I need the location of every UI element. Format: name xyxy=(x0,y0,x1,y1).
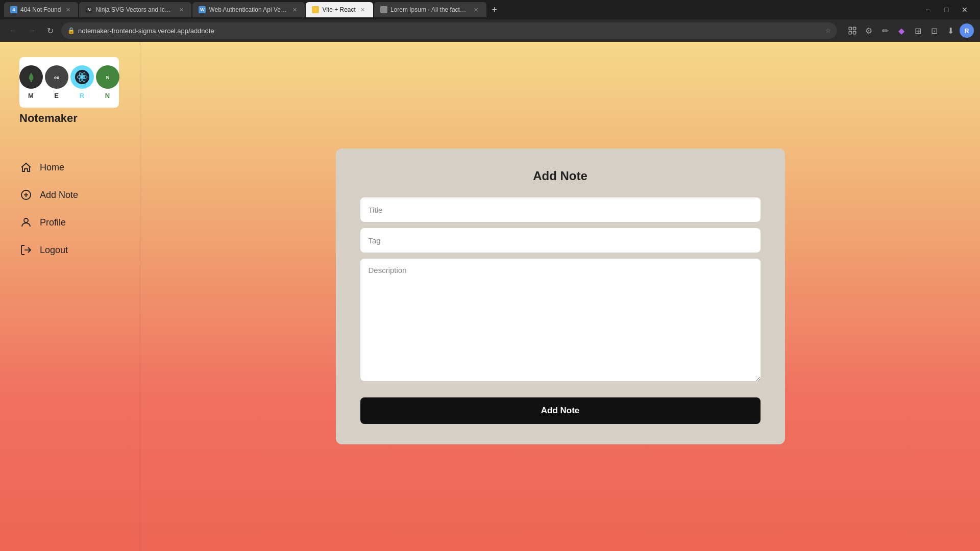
logo-letters: M E R N xyxy=(19,91,119,99)
logout-label: Logout xyxy=(40,245,68,256)
url-bar[interactable]: 🔒 notemaker-frontend-sigma.vercel.app/ad… xyxy=(61,22,837,39)
sidebar-item-add-note[interactable]: Add Note xyxy=(19,183,140,207)
svg-text:N: N xyxy=(106,75,109,80)
tab-ninja[interactable]: N Ninja SVG Vectors and Icons - ✕ xyxy=(79,2,191,17)
star-icon[interactable]: ☆ xyxy=(825,27,831,34)
url-text: notemaker-frontend-sigma.vercel.app/addn… xyxy=(78,27,822,35)
window-controls: − □ ✕ xyxy=(921,3,976,17)
tab-favicon-vite: ⚡ xyxy=(312,6,319,13)
tab-close-webauth[interactable]: ✕ xyxy=(290,6,299,14)
nav-menu: Home Add Note xyxy=(0,156,140,262)
extension3-button[interactable]: ⊡ xyxy=(927,23,941,38)
tab-title-404: 404 Not Found xyxy=(20,6,61,13)
description-field-group xyxy=(360,259,761,383)
nodejs-icon: N xyxy=(96,65,119,89)
toolbar-icons: ⚙ ✏ ◆ ⊞ ⊡ ⬇ R xyxy=(845,23,974,38)
title-input[interactable] xyxy=(360,197,761,222)
svg-rect-1 xyxy=(853,27,856,30)
tag-input[interactable] xyxy=(360,228,761,253)
minimize-button[interactable]: − xyxy=(921,3,935,17)
tab-lorem[interactable]: Lorem Ipsum - All the facts - L ✕ xyxy=(374,2,486,17)
close-window-button[interactable]: ✕ xyxy=(958,3,972,17)
logo-letter-n: N xyxy=(96,92,119,99)
svg-point-17 xyxy=(24,218,28,222)
browser-chrome: 4 404 Not Found ✕ N Ninja SVG Vectors an… xyxy=(0,0,980,42)
title-field-group xyxy=(360,197,761,222)
sidebar-item-home[interactable]: Home xyxy=(19,156,140,179)
mongodb-icon xyxy=(19,65,43,89)
add-note-icon xyxy=(19,188,33,202)
reload-button[interactable]: ↻ xyxy=(43,23,57,38)
tab-close-lorem[interactable]: ✕ xyxy=(472,6,480,14)
browser-profile-button[interactable]: R xyxy=(960,23,974,38)
sidebar-item-logout[interactable]: Logout xyxy=(19,238,140,262)
extension1-button[interactable]: ◆ xyxy=(894,23,909,38)
extensions-button[interactable] xyxy=(845,23,860,38)
tag-field-group xyxy=(360,228,761,253)
tab-webauth[interactable]: W Web Authentication Api Vector ✕ xyxy=(192,2,305,17)
svg-rect-0 xyxy=(849,27,851,30)
extension2-button[interactable]: ⊞ xyxy=(911,23,925,38)
profile-label: Profile xyxy=(40,217,66,228)
card-title: Add Note xyxy=(360,169,761,183)
forward-button[interactable]: → xyxy=(24,23,39,38)
tab-vite[interactable]: ⚡ Vite + React ✕ xyxy=(306,2,373,17)
tab-title-lorem: Lorem Ipsum - All the facts - L xyxy=(390,6,469,13)
svg-text:ex: ex xyxy=(54,75,59,80)
submit-button[interactable]: Add Note xyxy=(360,397,761,424)
sidebar: ex N xyxy=(0,42,140,551)
logo-section: ex N xyxy=(19,57,119,108)
tab-favicon-ninja: N xyxy=(85,6,92,13)
logo-letter-r: R xyxy=(70,92,94,99)
react-icon xyxy=(70,65,94,89)
profile-icon xyxy=(19,216,33,229)
tab-close-vite[interactable]: ✕ xyxy=(359,6,367,14)
express-icon: ex xyxy=(45,65,68,89)
main-content: Add Note Add Note xyxy=(140,42,980,551)
lock-icon: 🔒 xyxy=(67,27,75,34)
tab-favicon-lorem xyxy=(380,6,387,13)
home-icon xyxy=(19,161,33,174)
home-label: Home xyxy=(40,162,64,173)
tab-bar: 4 404 Not Found ✕ N Ninja SVG Vectors an… xyxy=(0,0,980,19)
logo-icons-row: ex N xyxy=(19,65,119,89)
new-tab-button[interactable]: + xyxy=(487,3,502,17)
tab-close-ninja[interactable]: ✕ xyxy=(177,6,185,14)
tab-favicon-webauth: W xyxy=(199,6,206,13)
svg-rect-3 xyxy=(853,32,856,34)
tab-404[interactable]: 4 404 Not Found ✕ xyxy=(4,2,78,17)
add-note-card: Add Note Add Note xyxy=(336,148,785,444)
description-textarea[interactable] xyxy=(360,259,761,381)
logo-letter-m: M xyxy=(19,92,43,99)
download-button[interactable]: ⬇ xyxy=(943,23,958,38)
settings-button[interactable]: ⚙ xyxy=(862,23,876,38)
tab-title-ninja: Ninja SVG Vectors and Icons - xyxy=(95,6,174,13)
edit-button[interactable]: ✏ xyxy=(878,23,892,38)
tab-title-vite: Vite + React xyxy=(322,6,355,13)
logo-letter-e: E xyxy=(45,92,68,99)
back-button[interactable]: ← xyxy=(6,23,20,38)
sidebar-item-profile[interactable]: Profile xyxy=(19,211,140,234)
tab-close-404[interactable]: ✕ xyxy=(64,6,72,14)
app-name: Notemaker xyxy=(19,112,78,125)
add-note-label: Add Note xyxy=(40,190,78,201)
tab-title-webauth: Web Authentication Api Vector xyxy=(209,6,287,13)
logout-icon xyxy=(19,243,33,257)
maximize-button[interactable]: □ xyxy=(939,3,953,17)
address-bar: ← → ↻ 🔒 notemaker-frontend-sigma.vercel.… xyxy=(0,19,980,42)
svg-rect-2 xyxy=(849,32,851,34)
app-container: ex N xyxy=(0,42,980,551)
svg-point-8 xyxy=(81,76,84,79)
tab-favicon-404: 4 xyxy=(10,6,17,13)
